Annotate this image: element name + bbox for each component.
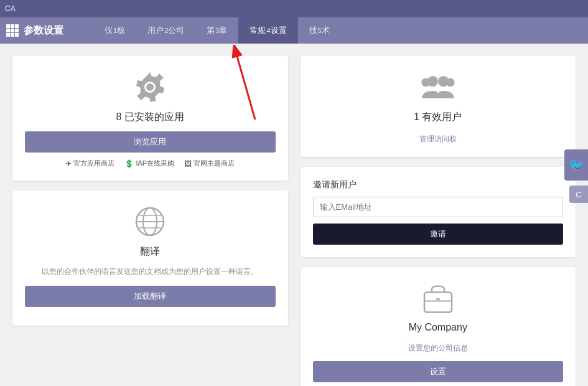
c-label: C <box>576 190 581 199</box>
app-title: 参数设置 <box>24 24 63 37</box>
iap-icon: 💲 <box>124 159 134 168</box>
tab-third[interactable]: 第 3 章 <box>195 17 238 44</box>
translation-title: 翻译 <box>140 245 160 258</box>
tab-users-company[interactable]: 用户 2 公司 <box>136 17 195 44</box>
invite-card: 邀请新用户 邀请 <box>301 167 576 257</box>
users-icon <box>419 68 457 106</box>
gear-icon <box>131 68 169 106</box>
svg-point-12 <box>446 78 455 87</box>
apps-title: 8 已安装的应用 <box>116 111 184 124</box>
nav-tabs: 仪 1 板 用户 2 公司 第 3 章 常规 4 设置 技 5 术 <box>93 17 588 44</box>
tab-general-settings[interactable]: 常规 4 设置 <box>238 17 297 44</box>
company-title: My Company <box>409 322 467 333</box>
email-input[interactable] <box>313 197 564 217</box>
svg-rect-14 <box>424 293 452 313</box>
twitter-icon: 🐦 <box>569 158 584 172</box>
invite-button[interactable]: 邀请 <box>313 224 564 245</box>
tab-dashboard[interactable]: 仪 1 板 <box>93 17 136 44</box>
theme-icon: 🖼 <box>184 159 192 168</box>
right-column: 1 有效用户 管理访问权 邀请新用户 邀请 My Company 设置您的公司信… <box>301 56 576 374</box>
briefcase-icon <box>419 280 457 317</box>
main-content: 8 已安装的应用 浏览应用 ✈ 官方应用商店 💲 IAP在线采购 🖼 官网主题商… <box>0 44 588 386</box>
theme-store-link[interactable]: 🖼 官网主题商店 <box>184 159 235 168</box>
tab-tech[interactable]: 技 5 术 <box>298 17 341 44</box>
svg-point-4 <box>146 83 154 91</box>
users-title: 1 有效用户 <box>414 111 462 124</box>
svg-point-13 <box>421 78 430 87</box>
load-translation-button[interactable]: 加载翻译 <box>25 286 276 307</box>
browse-apps-button[interactable]: 浏览应用 <box>25 131 276 153</box>
app-header: 参数设置 仪 1 板 用户 2 公司 第 3 章 常规 4 设置 技 5 术 <box>0 17 588 44</box>
users-card: 1 有效用户 管理访问权 <box>301 56 576 157</box>
invite-label: 邀请新用户 <box>313 179 564 191</box>
translation-desc: 以您的合作伙伴的语言发送您的文档或为您的用户设置一种语言。 <box>42 266 258 277</box>
left-column: 8 已安装的应用 浏览应用 ✈ 官方应用商店 💲 IAP在线采购 🖼 官网主题商… <box>12 56 288 374</box>
browser-tab-label: CA <box>5 4 16 13</box>
c-button[interactable]: C <box>569 186 588 203</box>
company-subtitle: 设置您的公司信息 <box>408 343 468 354</box>
store-icon: ✈ <box>65 159 72 168</box>
browser-bar: CA <box>0 0 588 17</box>
app-logo: 参数设置 <box>6 24 81 37</box>
globe-icon <box>131 203 169 240</box>
company-card: My Company 设置您的公司信息 设置 <box>301 267 576 386</box>
twitter-button[interactable]: 🐦 <box>564 149 588 181</box>
logo-icon <box>6 24 19 37</box>
company-setup-button[interactable]: 设置 <box>313 361 564 382</box>
app-links-row: ✈ 官方应用商店 💲 IAP在线采购 🖼 官网主题商店 <box>65 159 235 168</box>
apps-card: 8 已安装的应用 浏览应用 ✈ 官方应用商店 💲 IAP在线采购 🖼 官网主题商… <box>12 56 288 181</box>
iap-link[interactable]: 💲 IAP在线采购 <box>124 159 174 168</box>
official-store-link[interactable]: ✈ 官方应用商店 <box>65 159 114 168</box>
translation-card: 翻译 以您的合作伙伴的语言发送您的文档或为您的用户设置一种语言。 加载翻译 <box>12 191 288 326</box>
manage-access-link[interactable]: 管理访问权 <box>419 134 457 144</box>
